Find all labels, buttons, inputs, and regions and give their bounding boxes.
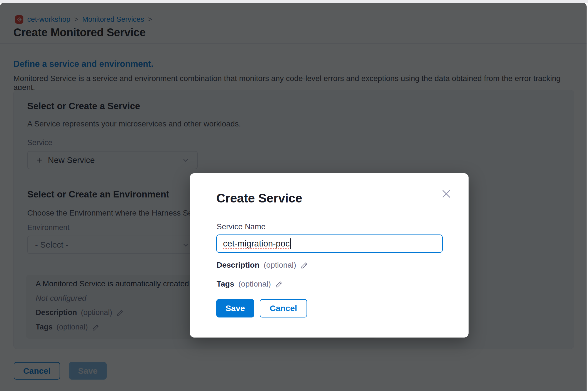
browser-chrome-strip	[0, 0, 588, 3]
description-label: Description	[217, 261, 259, 270]
service-name-label: Service Name	[217, 222, 266, 231]
close-icon[interactable]	[440, 188, 452, 200]
service-name-value: cet-migration-poc	[223, 239, 290, 249]
service-name-input[interactable]: cet-migration-poc	[216, 234, 443, 253]
edit-tags-icon[interactable]	[275, 280, 283, 288]
edit-description-icon[interactable]	[300, 261, 309, 269]
optional-suffix: (optional)	[238, 280, 271, 289]
modal-title: Create Service	[216, 191, 302, 206]
text-caret	[290, 238, 291, 249]
tags-label: Tags	[217, 280, 234, 289]
modal-cancel-button[interactable]: Cancel	[260, 299, 307, 317]
optional-suffix: (optional)	[264, 261, 296, 270]
modal-save-button[interactable]: Save	[216, 299, 254, 317]
create-service-modal: Create Service Service Name cet-migratio…	[190, 173, 469, 338]
